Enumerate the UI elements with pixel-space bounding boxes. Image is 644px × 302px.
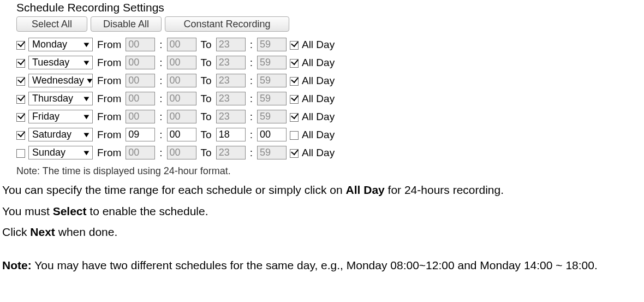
from-label: From — [96, 111, 122, 122]
time-colon: : — [249, 57, 254, 68]
enable-checkbox[interactable] — [16, 113, 25, 122]
to-hour-input[interactable]: 23 — [216, 110, 246, 123]
day-select-value: Sunday — [32, 147, 65, 158]
all-day-label: All Day — [301, 147, 336, 158]
from-hour-input[interactable]: 00 — [126, 74, 155, 87]
enable-checkbox[interactable] — [16, 95, 25, 104]
select-all-button[interactable]: Select All — [16, 16, 87, 32]
time-colon: : — [158, 93, 163, 104]
schedule-row: Sunday▼From00:00To23:59All Day — [16, 144, 339, 161]
instruction-text-span: to enable the schedule. — [87, 205, 208, 217]
all-day-label: All Day — [301, 111, 336, 122]
time-colon: : — [158, 129, 163, 140]
all-day-checkbox[interactable] — [290, 131, 299, 140]
chevron-down-icon: ▼ — [82, 41, 91, 48]
day-select-value: Friday — [32, 111, 59, 122]
enable-checkbox[interactable] — [16, 149, 25, 158]
from-hour-input[interactable]: 00 — [126, 56, 155, 69]
format-note: Note: The time is displayed using 24-hou… — [16, 165, 644, 177]
schedule-row: Tuesday▼From00:00To23:59All Day — [16, 54, 339, 71]
chevron-down-icon: ▼ — [85, 77, 94, 84]
to-hour-input[interactable]: 23 — [216, 74, 246, 87]
time-colon: : — [249, 111, 254, 122]
time-colon: : — [158, 111, 163, 122]
chevron-down-icon: ▼ — [82, 149, 91, 156]
schedule-row: Monday▼From00:00To23:59All Day — [16, 36, 339, 53]
to-hour-input[interactable]: 18 — [216, 128, 246, 141]
to-label: To — [200, 111, 213, 122]
to-label: To — [200, 147, 213, 158]
constant-recording-button[interactable]: Constant Recording — [165, 16, 289, 32]
to-minute-input[interactable]: 59 — [257, 38, 287, 51]
schedule-row: Wednesday▼From00:00To23:59All Day — [16, 72, 339, 89]
day-select-value: Saturday — [32, 129, 71, 140]
instruction-bold-note: Note: — [2, 259, 32, 271]
from-minute-input[interactable]: 00 — [167, 92, 196, 105]
day-select[interactable]: Monday▼ — [28, 38, 93, 51]
time-colon: : — [249, 75, 254, 86]
to-minute-input[interactable]: 59 — [257, 110, 287, 123]
from-minute-input[interactable]: 00 — [167, 128, 196, 141]
chevron-down-icon: ▼ — [82, 59, 91, 66]
to-hour-input[interactable]: 23 — [216, 146, 246, 159]
panel-title: Schedule Recording Settings — [16, 1, 644, 14]
from-minute-input[interactable]: 00 — [167, 56, 196, 69]
all-day-checkbox[interactable] — [290, 113, 299, 122]
from-hour-input[interactable]: 00 — [126, 38, 155, 51]
day-select-value: Monday — [32, 39, 67, 50]
to-hour-input[interactable]: 23 — [216, 56, 246, 69]
day-select[interactable]: Wednesday▼ — [28, 74, 93, 87]
day-select[interactable]: Sunday▼ — [28, 146, 93, 159]
instruction-text: You can specify the time range for each … — [2, 181, 644, 274]
from-minute-input[interactable]: 00 — [167, 38, 196, 51]
instruction-bold-next: Next — [30, 226, 55, 238]
to-minute-input[interactable]: 00 — [257, 128, 287, 141]
all-day-checkbox[interactable] — [290, 95, 299, 104]
schedule-settings-panel: Schedule Recording Settings Select All D… — [16, 1, 644, 177]
enable-checkbox[interactable] — [16, 41, 25, 50]
to-minute-input[interactable]: 59 — [257, 74, 287, 87]
day-select[interactable]: Tuesday▼ — [28, 56, 93, 69]
all-day-label: All Day — [301, 57, 336, 68]
enable-checkbox[interactable] — [16, 131, 25, 140]
to-hour-input[interactable]: 23 — [216, 92, 246, 105]
to-hour-input[interactable]: 23 — [216, 38, 246, 51]
day-select-value: Thursday — [32, 93, 73, 104]
schedule-row: Thursday▼From00:00To23:59All Day — [16, 90, 339, 107]
from-hour-input[interactable]: 00 — [126, 92, 155, 105]
from-label: From — [96, 147, 122, 158]
all-day-checkbox[interactable] — [290, 59, 299, 68]
day-select[interactable]: Thursday▼ — [28, 92, 93, 105]
time-colon: : — [249, 39, 254, 50]
from-minute-input[interactable]: 00 — [167, 146, 196, 159]
to-minute-input[interactable]: 59 — [257, 56, 287, 69]
chevron-down-icon: ▼ — [82, 95, 91, 102]
to-label: To — [200, 93, 213, 104]
all-day-checkbox[interactable] — [290, 149, 299, 158]
time-colon: : — [158, 75, 163, 86]
to-minute-input[interactable]: 59 — [257, 92, 287, 105]
instruction-text-span: for 24-hours recording. — [385, 183, 504, 196]
from-label: From — [96, 75, 122, 86]
all-day-checkbox[interactable] — [290, 41, 299, 50]
day-select[interactable]: Saturday▼ — [28, 128, 93, 141]
from-hour-input[interactable]: 00 — [126, 146, 155, 159]
all-day-label: All Day — [301, 93, 336, 104]
from-hour-input[interactable]: 00 — [126, 110, 155, 123]
day-select-value: Tuesday — [32, 57, 69, 68]
from-label: From — [96, 39, 122, 50]
to-minute-input[interactable]: 59 — [257, 146, 287, 159]
panel-button-row: Select All Disable All Constant Recordin… — [16, 16, 644, 32]
instruction-text-span: You must — [2, 205, 53, 217]
day-select[interactable]: Friday▼ — [28, 110, 93, 123]
enable-checkbox[interactable] — [16, 59, 25, 68]
enable-checkbox[interactable] — [16, 77, 25, 86]
disable-all-button[interactable]: Disable All — [91, 16, 162, 32]
from-minute-input[interactable]: 00 — [167, 74, 196, 87]
from-label: From — [96, 93, 122, 104]
from-hour-input[interactable]: 09 — [126, 128, 155, 141]
schedule-rows: Monday▼From00:00To23:59All DayTuesday▼Fr… — [16, 35, 339, 162]
from-label: From — [96, 57, 122, 68]
from-minute-input[interactable]: 00 — [167, 110, 196, 123]
all-day-checkbox[interactable] — [290, 77, 299, 86]
